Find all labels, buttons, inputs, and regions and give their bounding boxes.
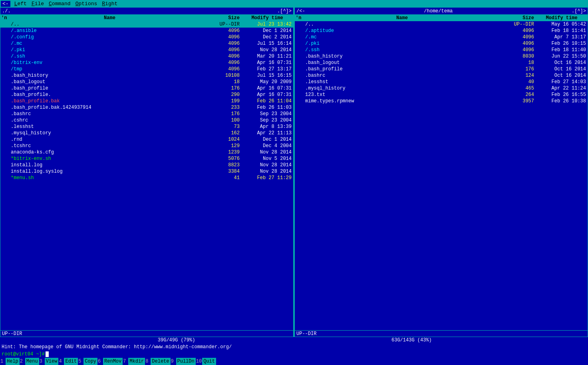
list-item[interactable]: .mysql_history465Apr 22 11:24 [295,85,588,92]
file-row-size: 290 [209,92,241,98]
fn-key-mkdir-button[interactable]: 7Mkdir [123,358,145,365]
file-row-name: .tcshrc [10,143,209,149]
file-row-size: 264 [500,92,536,98]
fn-key-help-button[interactable]: 1Help [0,358,20,365]
fn-key-renmov-button[interactable]: 6RenMov [97,358,123,365]
file-row-name: .lesshst [304,79,500,85]
fn-num-2: 2 [20,358,25,365]
list-item[interactable]: /.config4096Dec 2 2014 [0,34,293,40]
list-item[interactable]: .cshrc100Sep 23 2004 [0,117,293,124]
list-item[interactable]: .bash_history10108Jul 15 16:15 [0,72,293,79]
left-panel: ./. .[^]> 'n Name Size Modify time /..UP… [0,7,294,337]
list-item[interactable]: *bitrix-env.sh5076Nov 5 2014 [0,156,293,162]
right-header-n: 'n [295,15,304,21]
list-item[interactable]: /.aptitude4096Feb 18 11:41 [295,28,588,34]
fn-label-menu: Menu [25,358,39,365]
menu-file[interactable]: File [29,1,46,7]
list-item[interactable]: install.log8823Nov 28 2014 [0,162,293,168]
fn-key-menu-button[interactable]: 2Menu [20,358,39,365]
list-item[interactable]: /..UP--DIRJul 23 13:42 [0,21,293,28]
main-layout: <- Left File Command Options Right ./. .… [0,0,588,365]
list-item[interactable]: /.ansible4096Dec 1 2014 [0,28,293,34]
list-item[interactable]: /.mc4096Jul 15 16:14 [0,40,293,47]
file-row-size: 129 [209,143,241,149]
file-row-size: 162 [209,130,241,136]
file-row-name: .rnd [10,137,209,142]
right-panel-status: UP--DIR [295,330,588,337]
file-row-modify: Feb 26 10:38 [536,98,588,104]
file-row-name: mime.types.rpmnew [304,98,500,104]
menu-options[interactable]: Options [73,1,100,7]
right-header-size: Size [500,15,536,21]
list-item[interactable]: /bitrix-env4096Apr 16 07:31 [0,60,293,66]
list-item[interactable]: 123.txt264Feb 26 16:55 [295,92,588,98]
menu-right[interactable]: Right [99,1,120,7]
file-row-name: /.. [304,22,500,27]
file-row-name: /.pki [10,47,209,53]
right-path-label: /<- [296,8,305,14]
list-item[interactable]: .bash_history8030Jun 22 15:50 [295,53,588,60]
menu-arrow: <- [1,1,10,7]
file-row-modify: Nov 28 2014 [241,150,293,155]
file-row-name: .bash_profile [10,86,209,91]
list-item[interactable]: /.ssh4096Feb 18 11:40 [295,47,588,53]
fn-key-delete-button[interactable]: 8Delete [145,358,170,365]
list-item[interactable]: /..UP--DIRMay 16 05:42 [295,21,588,28]
fn-label-pulldn: PullDn [176,358,196,365]
menu-command[interactable]: Command [46,1,73,7]
left-path-text: ./. [2,8,11,14]
file-row-modify: Feb 27 11:29 [241,175,293,181]
list-item[interactable]: /.pki4096Nov 28 2014 [0,47,293,53]
list-item[interactable]: .bash_profile176Oct 16 2014 [295,66,588,72]
list-item[interactable]: .lesshst40Feb 27 14:03 [295,79,588,85]
list-item[interactable]: .lesshst73Apr 8 13:39 [0,124,293,130]
list-item[interactable]: anaconda-ks.cfg1239Nov 28 2014 [0,149,293,156]
file-row-modify: Apr 16 07:31 [241,60,293,66]
fn-key-view-button[interactable]: 3View [39,358,59,365]
file-row-modify: Feb 26 10:15 [536,41,588,46]
file-row-name: /.mc [304,34,500,40]
left-path-indicator: .[^]> [277,8,292,14]
file-row-modify: Apr 8 13:39 [241,124,293,130]
list-item[interactable]: *menu.sh41Feb 27 11:29 [0,175,293,181]
file-row-modify: Mar 20 11:21 [241,54,293,59]
list-item[interactable]: .bash_logout18May 20 2009 [0,79,293,85]
fn-label-quit: Quit [202,358,216,365]
file-row-name: .mysql_history [304,86,500,91]
file-row-name: *bitrix-env.sh [10,156,209,162]
list-item[interactable]: install.log.syslog3384Nov 28 2014 [0,168,293,175]
list-item[interactable]: .tcshrc129Dec 4 2004 [0,143,293,149]
list-item[interactable]: .bash_logout18Oct 16 2014 [295,60,588,66]
list-item[interactable]: .mysql_history162Apr 22 11:13 [0,130,293,136]
file-row-modify: Jul 15 16:14 [241,41,293,46]
right-disk-display: 63G/143G (43%) [353,337,470,343]
file-row-size: 73 [209,124,241,130]
list-item[interactable]: mime.types.rpmnew3957Feb 26 10:38 [295,98,588,104]
fn-key-copy-button[interactable]: 5Copy [78,358,97,365]
list-item[interactable]: /.mc4096Apr 7 13:17 [295,34,588,40]
list-item[interactable]: .bash_profile.290Apr 16 07:31 [0,92,293,98]
list-item[interactable]: /.ssh4096Mar 20 11:21 [0,53,293,60]
file-row-size: 4096 [500,47,536,53]
fn-num-9: 9 [171,358,176,365]
list-item[interactable]: .bash_profile.bak.1424937914233Feb 26 11… [0,104,293,111]
file-row-modify: Jul 23 13:42 [241,22,293,27]
file-row-name: /.ssh [304,47,500,53]
list-item[interactable]: .bash_profile176Apr 16 07:31 [0,85,293,92]
list-item[interactable]: .bashrc124Oct 16 2014 [295,72,588,79]
menu-left[interactable]: Left [12,1,29,7]
file-row-size: UP--DIR [209,22,241,27]
left-disk-text: 39G/49G (79%) [158,337,195,343]
fn-key-pulldn-button[interactable]: 9PullDn [171,358,196,365]
list-item[interactable]: /tmp4096Feb 27 13:17 [0,66,293,72]
left-header-modify: Modify time [241,15,293,21]
list-item[interactable]: /.pki4096Feb 26 10:15 [295,40,588,47]
list-item[interactable]: .bashrc176Sep 23 2004 [0,111,293,117]
left-panel-status: UP--DIR [0,330,293,337]
hint-bar: Hint: The homepage of GNU Midnight Comma… [0,343,588,351]
list-item[interactable]: .bash_profile.bak199Feb 26 11:04 [0,98,293,104]
fn-key-quit-button[interactable]: 10Quit [196,358,216,365]
fn-key-edit-button[interactable]: 4Edit [58,358,78,365]
file-row-name: .mysql_history [10,130,209,136]
list-item[interactable]: .rnd1024Dec 1 2014 [0,136,293,143]
